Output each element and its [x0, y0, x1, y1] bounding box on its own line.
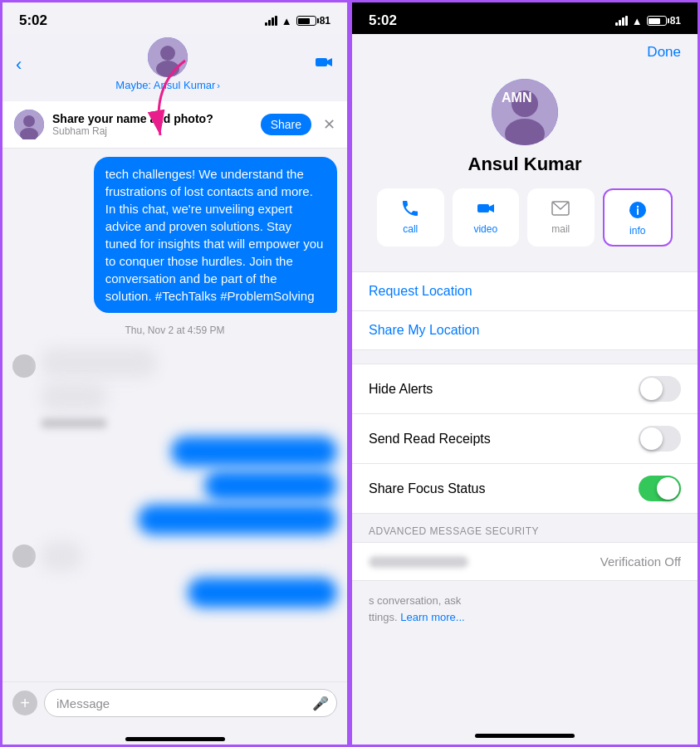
time-right: 5:02 [369, 12, 397, 29]
home-indicator-left [125, 737, 225, 741]
contact-info-section: AMN Ansul Kumar call [352, 71, 698, 263]
info-button[interactable]: info [603, 188, 673, 247]
timestamp: Thu, Nov 2 at 4:59 PM [12, 325, 337, 336]
messages-area: tech challenges! We understand the frust… [2, 149, 347, 681]
home-indicator-right [475, 734, 575, 738]
blurred-dot [41, 541, 82, 571]
call-button[interactable]: call [377, 188, 444, 247]
status-bar-left: 5:02 ▲ 81 [2, 2, 347, 34]
svg-point-2 [160, 46, 175, 61]
battery-icon-right: 81 [647, 15, 681, 27]
share-location-label: Share My Location [369, 323, 479, 338]
right-content: Done AMN Ansul Kumar [352, 34, 698, 727]
svg-rect-4 [316, 58, 327, 66]
call-label: call [403, 223, 418, 235]
wifi-icon-left: ▲ [281, 15, 292, 27]
imessage-input-field[interactable]: iMessage [44, 689, 337, 717]
svg-point-7 [23, 115, 35, 127]
svg-rect-15 [477, 204, 489, 212]
done-header: Done [352, 34, 698, 71]
request-location-label: Request Location [369, 284, 472, 299]
video-call-button[interactable] [314, 52, 334, 76]
blurred-sent-1 [171, 437, 337, 466]
blurred-sent-3 [138, 505, 337, 535]
blurred-sent-group-2 [12, 578, 337, 608]
info-label: info [629, 225, 645, 237]
banner-text: Share your name and photo? Subham Raj [52, 112, 252, 137]
mail-label: mail [551, 223, 570, 235]
blurred-bubble-1 [41, 348, 157, 378]
video-button[interactable]: video [453, 188, 520, 247]
blurred-bubble-2 [41, 382, 107, 412]
settings-toggles-section: Hide Alerts Send Read Receipts Share Foc… [352, 364, 698, 514]
contact-name-header[interactable]: Maybe: Ansul Kumar › [115, 79, 220, 91]
send-read-receipts-row: Send Read Receipts [352, 414, 698, 464]
action-buttons-row: call video [369, 188, 681, 247]
learn-more-link[interactable]: Learn more... [400, 611, 464, 623]
svg-text:AMN: AMN [502, 90, 531, 105]
contact-avatar-large: AMN [492, 79, 558, 145]
right-panel: 5:02 ▲ 81 Done [350, 0, 700, 747]
chat-header: ‹ Maybe: Ansul Kumar › [2, 34, 347, 101]
verification-row[interactable]: Verification Off [352, 543, 698, 580]
share-focus-row: Share Focus Status [352, 464, 698, 513]
chevron-icon: › [217, 81, 220, 90]
read-receipts-toggle[interactable] [639, 426, 681, 452]
share-focus-toggle[interactable] [639, 476, 681, 501]
battery-icon-left: 81 [296, 15, 330, 27]
blurred-sent-4 [188, 578, 337, 608]
advanced-security-section: ADVANCED MESSAGE SECURITY Verification O… [352, 525, 698, 581]
phone-icon [399, 197, 422, 220]
video-icon [474, 197, 497, 220]
share-focus-label: Share Focus Status [369, 481, 486, 496]
advanced-content: Verification Off [352, 542, 698, 581]
advanced-header-label: ADVANCED MESSAGE SECURITY [352, 525, 698, 542]
svg-marker-16 [489, 204, 494, 212]
wifi-icon-right: ▲ [632, 15, 643, 27]
blurred-name-row [12, 418, 337, 430]
banner-subtitle: Subham Raj [52, 125, 252, 137]
video-label: video [473, 223, 497, 235]
input-bar: + iMessage 🎤 [2, 681, 347, 737]
status-bar-right: 5:02 ▲ 81 [352, 2, 698, 34]
verification-status: Verification Off [600, 554, 681, 569]
signal-icon-right [615, 16, 628, 26]
message-bubble-sent: tech challenges! We understand the frust… [94, 157, 337, 313]
share-name-banner: Share your name and photo? Subham Raj Sh… [2, 101, 347, 149]
done-button[interactable]: Done [647, 44, 681, 61]
signal-icon-left [265, 16, 277, 26]
read-receipts-label: Send Read Receipts [369, 432, 491, 447]
mic-icon[interactable]: 🎤 [312, 696, 329, 711]
add-button[interactable]: + [12, 691, 37, 715]
location-section: Request Location Share My Location [352, 271, 698, 350]
hide-alerts-label: Hide Alerts [369, 382, 433, 397]
mail-icon [549, 197, 572, 220]
banner-title: Share your name and photo? [52, 112, 252, 125]
request-location-row[interactable]: Request Location [352, 272, 698, 311]
contact-avatar-header [148, 37, 188, 77]
close-banner-button[interactable]: ✕ [323, 115, 335, 134]
share-button[interactable]: Share [261, 114, 311, 135]
left-panel: 5:02 ▲ 81 ‹ [0, 0, 350, 747]
svg-marker-5 [327, 58, 332, 66]
banner-avatar [14, 110, 44, 139]
svg-point-20 [637, 206, 639, 208]
info-icon [626, 198, 649, 222]
blurred-sent-2 [204, 471, 337, 500]
time-left: 5:02 [19, 12, 47, 29]
status-icons-right: ▲ 81 [615, 15, 681, 27]
blurred-dot-row [12, 541, 337, 571]
bottom-text: s conversation, ask ttings. Learn more..… [369, 593, 681, 625]
hide-alerts-row: Hide Alerts [352, 364, 698, 414]
bottom-text-section: s conversation, ask ttings. Learn more..… [352, 581, 698, 637]
status-icons-left: ▲ 81 [265, 15, 330, 27]
share-location-row[interactable]: Share My Location [352, 311, 698, 349]
blurred-messages-group [12, 348, 337, 412]
input-container: iMessage 🎤 [44, 689, 337, 717]
svg-point-3 [156, 61, 179, 77]
contact-full-name: Ansul Kumar [468, 154, 582, 175]
back-button[interactable]: ‹ [16, 54, 22, 76]
mail-button[interactable]: mail [527, 188, 595, 247]
hide-alerts-toggle[interactable] [639, 376, 681, 402]
blurred-sent-group [12, 437, 337, 535]
